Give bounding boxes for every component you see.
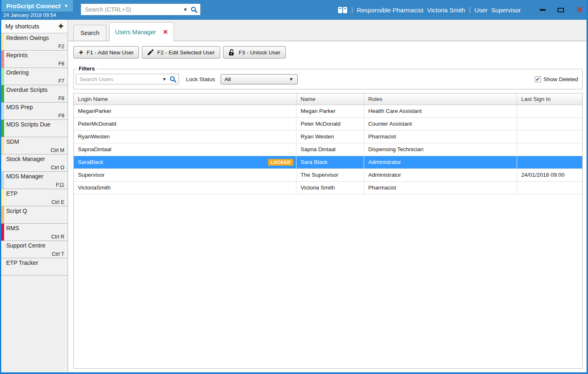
shortcut-color-stripe <box>1 154 4 171</box>
locked-badge: LOCKED <box>268 159 293 166</box>
add-new-user-button[interactable]: + F1 - Add New User <box>73 46 139 58</box>
shortcut-color-stripe <box>1 120 4 137</box>
chevron-down-icon: ▼ <box>64 3 68 8</box>
shortcut-color-stripe <box>1 103 4 119</box>
plus-icon: + <box>79 49 83 56</box>
maximize-button[interactable] <box>557 8 564 12</box>
responsible-pharmacist-name: Victoria Smith <box>427 7 465 14</box>
show-deleted-toggle[interactable]: ✔ Show Deleted <box>535 76 578 82</box>
table-row[interactable]: SapnaDintaal Sapna Dintaal Dispensing Te… <box>74 143 582 156</box>
sidebar-item-etp[interactable]: ETPCtrl E <box>1 189 68 206</box>
shortcut-color-stripe <box>1 206 4 223</box>
show-deleted-label[interactable]: Show Deleted <box>543 76 578 82</box>
table-row[interactable]: MeganParker Megan Parker Health Care Ass… <box>74 105 582 118</box>
global-search[interactable]: ▼ <box>81 4 200 15</box>
filters-groupbox: Filters ▼ Lock Status All ▼ ✔ Show Delet… <box>73 69 583 89</box>
search-icon[interactable] <box>191 6 198 13</box>
shortcut-color-stripe <box>1 51 4 68</box>
sidebar-item-redeem-owings[interactable]: Redeem OwingsF2 <box>1 33 68 51</box>
app-window: ProScript Connect ▼ 24 January 2018 09:5… <box>0 0 588 374</box>
table-row[interactable]: VictoriaSmith Victoria Smith Pharmacist <box>74 182 582 194</box>
user-name: Supervisor <box>491 7 521 14</box>
separator: | <box>351 6 353 14</box>
book-icon[interactable] <box>338 7 348 14</box>
user-label: User <box>475 7 488 14</box>
shortcut-color-stripe <box>1 172 4 189</box>
search-users-input[interactable] <box>80 76 160 82</box>
filters-title: Filters <box>77 65 97 72</box>
column-header-last-sign-in[interactable]: Last Sign In <box>517 94 582 105</box>
main-area: Search Users Manager ✕ + F1 - Add New Us… <box>68 20 587 372</box>
shortcut-color-stripe <box>1 85 4 102</box>
shortcut-color-stripe <box>1 258 4 275</box>
separator: | <box>469 6 470 14</box>
tab-users-manager[interactable]: Users Manager ✕ <box>109 22 174 41</box>
app-title: ProScript Connect <box>6 2 61 9</box>
toolbar: + F1 - Add New User F2 - Edit Selected U… <box>73 46 286 58</box>
table-row[interactable]: Supervisor The Supervisor Administrator … <box>74 169 582 182</box>
search-dropdown-caret-icon[interactable]: ▼ <box>183 7 188 12</box>
lock-status-label: Lock Status <box>186 76 215 82</box>
lock-status-select[interactable]: All ▼ <box>221 74 298 84</box>
sidebar-item-ordering[interactable]: OrderingF7 <box>1 68 68 85</box>
shortcut-color-stripe <box>1 224 4 241</box>
add-shortcut-button[interactable]: + <box>58 22 64 30</box>
table-header: Login Name Name Roles Last Sign In <box>74 94 582 105</box>
shortcuts-sidebar: My shortcuts + Redeem OwingsF2 ReprintsF… <box>1 20 68 372</box>
sidebar-item-stock-manager[interactable]: Stock ManagerCtrl O <box>1 154 68 172</box>
show-deleted-checkbox[interactable]: ✔ <box>535 76 541 82</box>
window-controls: ✕ <box>540 0 583 20</box>
search-users-box[interactable]: ▼ <box>76 74 179 84</box>
users-table: Login Name Name Roles Last Sign In Megan… <box>73 93 583 369</box>
unlock-user-button[interactable]: F3 - Unlock User <box>223 46 286 58</box>
chevron-down-icon: ▼ <box>289 77 294 82</box>
sidebar-item-mds-scripts-due[interactable]: MDS Scripts Due <box>1 120 68 137</box>
sidebar-item-mds-prep[interactable]: MDS PrepF9 <box>1 103 68 120</box>
global-search-input[interactable] <box>85 6 181 13</box>
responsible-pharmacist-label: Responsible Pharmacist <box>357 7 423 14</box>
tab-strip: Search Users Manager ✕ <box>68 20 586 41</box>
column-header-login-name[interactable]: Login Name <box>74 94 296 105</box>
shortcut-color-stripe <box>1 68 4 85</box>
current-datetime: 24 January 2018 09:54 <box>3 12 56 18</box>
sidebar-item-script-q[interactable]: Script Q <box>1 206 68 224</box>
sidebar-item-sdm[interactable]: SDMCtrl M <box>1 137 68 154</box>
tab-close-icon[interactable]: ✕ <box>163 28 168 36</box>
pencil-icon <box>147 49 154 56</box>
shortcut-color-stripe <box>1 241 4 258</box>
column-header-name[interactable]: Name <box>296 94 364 105</box>
sidebar-item-mds-manager[interactable]: MDS ManagerF11 <box>1 172 68 189</box>
shortcut-color-stripe <box>1 33 4 50</box>
search-users-caret-icon[interactable]: ▼ <box>162 77 167 82</box>
sidebar-item-support-centre[interactable]: Support CentreCtrl T <box>1 241 68 258</box>
column-header-roles[interactable]: Roles <box>364 94 517 105</box>
sidebar-item-reprints[interactable]: ReprintsF6 <box>1 51 68 68</box>
tab-search[interactable]: Search <box>73 25 106 41</box>
shortcut-list: Redeem OwingsF2 ReprintsF6 OrderingF7 Ov… <box>1 33 68 276</box>
table-row[interactable]: RyanWesten Ryan Westen Pharmacist <box>74 131 582 143</box>
sidebar-item-etp-tracker[interactable]: ETP Tracker <box>1 258 68 276</box>
shortcuts-title: My shortcuts <box>5 23 39 30</box>
sidebar-item-overdue-scripts[interactable]: Overdue ScriptsF8 <box>1 85 68 103</box>
shortcuts-header: My shortcuts + <box>1 20 68 33</box>
edit-selected-user-button[interactable]: F2 - Edit Selected User <box>142 46 220 58</box>
shortcut-color-stripe <box>1 137 4 154</box>
shortcut-color-stripe <box>1 189 4 206</box>
titlebar-status: | Responsible Pharmacist Victoria Smith … <box>338 0 521 20</box>
sidebar-item-rms[interactable]: RMSCtrl R <box>1 224 68 241</box>
search-users-icon[interactable] <box>169 76 176 83</box>
close-button[interactable]: ✕ <box>576 6 583 14</box>
unlock-icon <box>228 49 235 56</box>
minimize-button[interactable] <box>540 9 546 11</box>
title-bar: ProScript Connect ▼ 24 January 2018 09:5… <box>1 0 587 20</box>
app-menu-button[interactable]: ProScript Connect ▼ <box>2 0 73 12</box>
table-row-selected[interactable]: SaraBlack LOCKED Sara Black Administrato… <box>74 156 582 169</box>
table-row[interactable]: PeterMcDonald Peter McDonald Counter Ass… <box>74 118 582 131</box>
